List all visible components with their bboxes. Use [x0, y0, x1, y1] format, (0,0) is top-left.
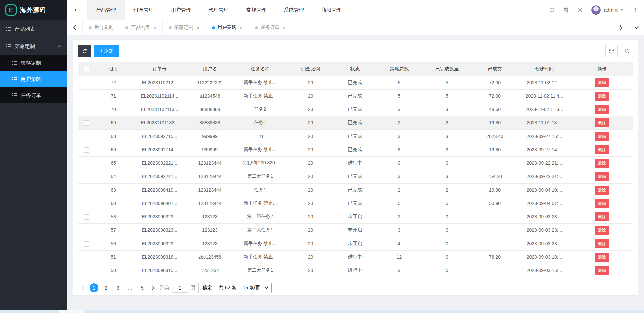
row-checkbox[interactable]: [84, 120, 89, 126]
refresh-icon[interactable]: [549, 7, 555, 13]
tab-close-icon[interactable]: ×: [197, 25, 200, 31]
page-number[interactable]: 1: [90, 283, 98, 292]
tab-dot-icon: [255, 26, 258, 29]
prev-page-icon[interactable]: [79, 283, 87, 292]
delete-button[interactable]: 删除: [595, 145, 609, 154]
columns-toggle-button[interactable]: [605, 45, 618, 57]
cell-completed: 3: [422, 129, 472, 143]
collapse-sidebar-icon[interactable]: [67, 0, 87, 20]
cell-actions: 删除: [571, 156, 633, 170]
select-all-checkbox[interactable]: [84, 67, 89, 72]
chevron-down-icon: [620, 9, 624, 11]
tab-item[interactable]: 策略定制 ×: [163, 20, 206, 35]
delete-button[interactable]: 删除: [595, 132, 609, 141]
topnav-item[interactable]: 系统管理: [275, 0, 313, 20]
delete-button[interactable]: 删除: [595, 266, 609, 275]
list-icon: [6, 27, 11, 31]
row-checkbox[interactable]: [84, 214, 89, 220]
cell-id: 70: [95, 103, 132, 116]
fullscreen-icon[interactable]: [577, 7, 582, 12]
delete-button[interactable]: 删除: [595, 212, 609, 221]
search-toggle-button[interactable]: [621, 45, 633, 57]
page-number[interactable]: 3: [114, 283, 122, 292]
topnav-item[interactable]: 产品管理: [87, 0, 125, 20]
delete-button[interactable]: 删除: [595, 253, 609, 262]
row-checkbox[interactable]: [84, 174, 89, 179]
page-size-select[interactable]: 15 条/页: [239, 283, 271, 293]
row-checkbox[interactable]: [84, 80, 89, 85]
delete-button[interactable]: 删除: [595, 92, 609, 101]
cell-username: zbc123456: [187, 250, 232, 264]
delete-button[interactable]: 删除: [595, 105, 609, 114]
topnav-item[interactable]: 用户管理: [162, 0, 200, 20]
tabs-scroll-left-icon[interactable]: [67, 20, 83, 35]
topnav-item[interactable]: 商城管理: [313, 0, 350, 20]
row-checkbox[interactable]: [84, 241, 89, 247]
delete-button[interactable]: 删除: [595, 78, 609, 87]
cell-username: 123123444: [187, 197, 232, 210]
page-number[interactable]: 5: [138, 283, 147, 292]
tab-item[interactable]: 后台首页: [83, 20, 119, 35]
delete-button[interactable]: 删除: [595, 186, 609, 195]
data-table: id 订单号 用户名 任务名称 佣金比例 状态 策略总数 已完成数量 已成交 创…: [78, 62, 633, 277]
cell-task-name: 新手任务 禁止...: [232, 197, 288, 210]
cell-total: 3: [377, 170, 422, 183]
row-checkbox[interactable]: [84, 94, 89, 99]
tab-item[interactable]: 产品列表 ×: [119, 20, 163, 35]
tabs-dropdown-icon[interactable]: [629, 20, 644, 35]
cell-order-no: EL2023090323...: [132, 223, 187, 237]
row-checkbox[interactable]: [84, 255, 89, 260]
goto-page-input[interactable]: [172, 283, 188, 293]
tab-close-icon[interactable]: ×: [240, 25, 243, 31]
delete-button[interactable]: 删除: [595, 199, 609, 208]
header-actions: admin ⋮: [549, 5, 644, 15]
cell-completed: 0: [422, 264, 472, 277]
sidebar-item-product-list[interactable]: 产品列表: [0, 20, 67, 38]
horizontal-scrollbar[interactable]: [0, 310, 644, 313]
delete-button[interactable]: 删除: [595, 239, 609, 248]
row-checkbox[interactable]: [84, 188, 89, 193]
page-number[interactable]: ...: [126, 283, 135, 292]
tab-close-icon[interactable]: ×: [153, 25, 156, 31]
delete-button[interactable]: 删除: [595, 118, 609, 127]
cell-commission: 20: [288, 210, 333, 223]
topnav-item[interactable]: 代理管理: [200, 0, 237, 20]
delete-button[interactable]: 删除: [595, 159, 609, 168]
sidebar-subitem[interactable]: 用户策略: [0, 71, 67, 87]
tab-item[interactable]: 任务订单 ×: [249, 20, 292, 35]
refresh-table-button[interactable]: [78, 45, 91, 57]
row-checkbox[interactable]: [84, 201, 89, 206]
cell-completed: 0: [422, 223, 472, 237]
row-checkbox[interactable]: [84, 147, 89, 153]
trash-icon[interactable]: [564, 7, 569, 13]
tabs-scroll-right-icon[interactable]: [613, 20, 629, 35]
page-number[interactable]: 2: [102, 283, 110, 292]
cell-commission: 20: [288, 264, 333, 277]
tab-close-icon[interactable]: ×: [283, 25, 286, 31]
sidebar-subitem[interactable]: 策略定制: [0, 55, 67, 71]
sidebar-item-strategy-group[interactable]: 策略定制: [0, 38, 67, 55]
cell-username: 1122222222: [187, 76, 232, 89]
delete-button[interactable]: 删除: [595, 172, 609, 181]
cell-status: 进行中: [333, 264, 377, 277]
goto-confirm-button[interactable]: 确定: [198, 283, 216, 293]
topnav-item[interactable]: 订单管理: [125, 0, 162, 20]
row-checkbox[interactable]: [84, 107, 89, 112]
sort-icon[interactable]: [115, 67, 117, 71]
sidebar-subitem[interactable]: 任务订单: [0, 87, 67, 103]
avatar[interactable]: [591, 5, 601, 15]
tab-item[interactable]: 用户策略 ×: [206, 20, 249, 35]
more-options-icon[interactable]: ⋮: [632, 7, 638, 13]
topnav-item[interactable]: 常规管理: [237, 0, 275, 20]
scrollbar-thumb[interactable]: [59, 310, 84, 313]
row-checkbox[interactable]: [84, 161, 89, 166]
next-page-icon[interactable]: [149, 283, 157, 292]
cell-username: 88888888: [187, 116, 232, 129]
row-checkbox[interactable]: [84, 134, 89, 139]
row-checkbox[interactable]: [84, 268, 89, 273]
user-menu[interactable]: admin: [591, 5, 624, 15]
row-checkbox[interactable]: [84, 228, 89, 233]
cell-task-name: 杀组5补200 320...: [232, 156, 288, 170]
add-button[interactable]: + 添加: [94, 45, 119, 57]
delete-button[interactable]: 删除: [595, 226, 609, 235]
